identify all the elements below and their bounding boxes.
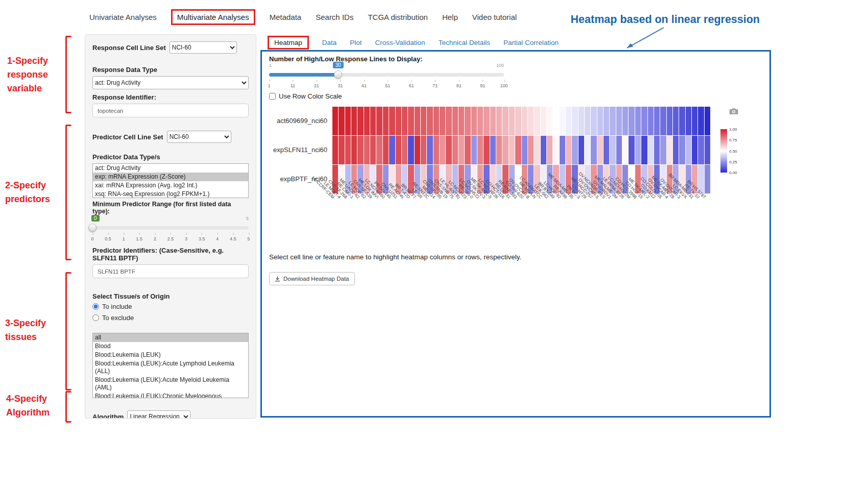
- nav-item-metadata[interactable]: Metadata: [270, 13, 302, 21]
- heatmap-cell: [515, 107, 521, 135]
- heatmap-cell: [578, 136, 584, 164]
- annotation-label-4: 4-Specify Algorithm: [6, 392, 65, 420]
- annotation-bracket-1: [65, 36, 71, 113]
- tab-technical-details[interactable]: Technical Details: [439, 39, 490, 46]
- tab-cross-validation[interactable]: Cross-Validation: [375, 39, 425, 46]
- heatmap-cell: [648, 136, 654, 164]
- heatmap-cell: [433, 107, 439, 135]
- tab-data[interactable]: Data: [322, 39, 337, 46]
- nav-item-tcga-distribution[interactable]: TCGA distribution: [368, 13, 428, 21]
- heatmap-cell: [534, 136, 540, 164]
- heatmap-cell: [452, 136, 458, 164]
- top-nav: Univariate AnalysesMultivariate Analyses…: [89, 9, 517, 25]
- heatmap-cell: [673, 107, 679, 135]
- listbox-option[interactable]: Blood:Leukemia (LEUK):Acute Myeloid Leuk…: [93, 376, 248, 392]
- slider-tick-label: 51: [385, 83, 390, 88]
- predictor-cell-line-set-select[interactable]: NCI-60: [167, 131, 231, 143]
- min-predictor-range-track[interactable]: [92, 226, 249, 230]
- heatmap-cell: [547, 136, 552, 164]
- download-heatmap-data-button[interactable]: Download Heatmap Data: [269, 272, 355, 285]
- predictor-data-type-listbox: act: Drug Activityexp: mRNA Expression (…: [92, 163, 249, 198]
- heatmap-cell: [541, 107, 546, 135]
- slider-tick-label: 2: [154, 236, 156, 241]
- heatmap-cell: [408, 107, 414, 135]
- nav-item-univariate-analyses[interactable]: Univariate Analyses: [89, 13, 157, 21]
- tab-heatmap[interactable]: Heatmap: [268, 36, 309, 50]
- heatmap-cell: [370, 107, 376, 135]
- listbox-option[interactable]: Blood:Leukemia (LEUK):Chronic Myelogenou…: [93, 392, 248, 398]
- heatmap-cell: [560, 107, 565, 135]
- listbox-option[interactable]: exp: mRNA Expression (Z-Score): [93, 173, 248, 181]
- heatmap-cell: [427, 107, 432, 135]
- tab-bar: HeatmapDataPlotCross-ValidationTechnical…: [268, 36, 559, 50]
- heatmap-cell: [465, 107, 470, 135]
- heatmap-cell: [616, 107, 622, 135]
- slider-tick-label: 3: [185, 236, 187, 241]
- heatmap-cell: [692, 107, 697, 135]
- lines-slider-handle[interactable]: [334, 70, 342, 79]
- tab-partial-correlation[interactable]: Partial Correlation: [503, 39, 559, 46]
- heatmap-cell: [679, 107, 685, 135]
- colorbar-tick-label: 0.25: [729, 160, 737, 164]
- camera-icon[interactable]: [729, 108, 738, 115]
- heatmap-cell: [421, 136, 426, 164]
- min-predictor-range-handle[interactable]: [88, 224, 97, 232]
- slider-value-bubble: 0: [91, 215, 100, 222]
- heatmap-cell: [553, 107, 559, 135]
- tissue-exclude-radio[interactable]: [92, 314, 99, 321]
- page: Univariate AnalysesMultivariate Analyses…: [0, 0, 868, 488]
- sidebar-panel: Response Cell Line Set NCI-60 Response D…: [85, 34, 256, 419]
- tissue-exclude-label: To exclude: [102, 314, 134, 322]
- tissue-origin-label: Select Tissue/s of Origin: [92, 292, 249, 300]
- heatmap-cell: [667, 107, 672, 135]
- heatmap-cell: [698, 136, 704, 164]
- annotation-label-1: 1-Specify response variable: [7, 54, 64, 95]
- listbox-option[interactable]: Blood:Leukemia (LEUK): [93, 351, 248, 359]
- slider-tick-label: 100: [500, 83, 508, 88]
- heatmap-cell: [440, 107, 445, 135]
- annotation-label-3: 3-Specify tissues: [5, 316, 64, 344]
- predictor-cell-line-set-label: Predictor Cell Line Set: [92, 133, 163, 141]
- predictor-identifiers-input[interactable]: [92, 264, 249, 278]
- nav-item-search-ids[interactable]: Search IDs: [316, 13, 353, 21]
- heatmap-row-label[interactable]: expSLFN11_nci60: [273, 146, 327, 154]
- heatmap-row-label[interactable]: act609699_nci60: [277, 117, 327, 125]
- slider-tick-label: 81: [456, 83, 462, 88]
- listbox-option[interactable]: act: Drug Activity: [93, 164, 248, 173]
- heatmap-cell: [509, 107, 515, 135]
- heatmap-cell: [351, 107, 357, 135]
- colorbar-tick-label: 0.00: [729, 170, 737, 175]
- heatmap-cell: [465, 136, 470, 164]
- listbox-option[interactable]: all: [93, 333, 248, 342]
- listbox-option[interactable]: xsq: RNA-seq Expression (log2 FPKM+1.): [93, 190, 248, 198]
- slider-tick-label: 41: [361, 83, 367, 88]
- heatmap-cell: [610, 107, 615, 135]
- min-predictor-range-slider: 0 5 00.511.522.533.544.55: [92, 216, 249, 245]
- listbox-option[interactable]: Blood:Leukemia (LEUK):Acute Lymphoid Leu…: [93, 359, 248, 376]
- nav-item-help[interactable]: Help: [442, 13, 458, 21]
- heatmap-cell: [604, 136, 609, 164]
- heatmap-cell: [591, 136, 596, 164]
- tissue-include-radio[interactable]: [92, 303, 99, 310]
- heatmap-cell: [698, 107, 704, 135]
- tab-plot[interactable]: Plot: [350, 39, 361, 46]
- nav-item-multivariate-analyses[interactable]: Multivariate Analyses: [171, 9, 255, 25]
- heatmap-cell: [528, 136, 534, 164]
- heatmap-cell: [452, 107, 458, 135]
- heatmap-cell: [496, 136, 502, 164]
- heatmap-cell: [332, 136, 338, 164]
- slider-ticks: 00.511.522.533.544.55: [92, 232, 249, 242]
- listbox-option[interactable]: xai: mRNA Expression (Avg. log2 Int.): [93, 181, 248, 190]
- response-data-type-select[interactable]: act: Drug Activity: [92, 76, 249, 89]
- response-identifier-input[interactable]: [92, 104, 249, 117]
- colorbar-tick-label: 0.50: [729, 149, 737, 154]
- heatmap-cell: [484, 107, 489, 135]
- algorithm-select[interactable]: Linear Regression: [127, 410, 190, 419]
- colorbar-tick-label: 0.75: [729, 138, 737, 142]
- response-cell-line-set-select[interactable]: NCI-60: [170, 41, 237, 54]
- nav-item-video-tutorial[interactable]: Video tutorial: [472, 13, 517, 21]
- predictor-identifiers-label: Predictor Identifiers: (Case-Sensitive, …: [92, 247, 249, 262]
- listbox-option[interactable]: Blood: [93, 342, 248, 351]
- heatmap-cell: [654, 107, 660, 135]
- heatmap-cell: [484, 136, 489, 164]
